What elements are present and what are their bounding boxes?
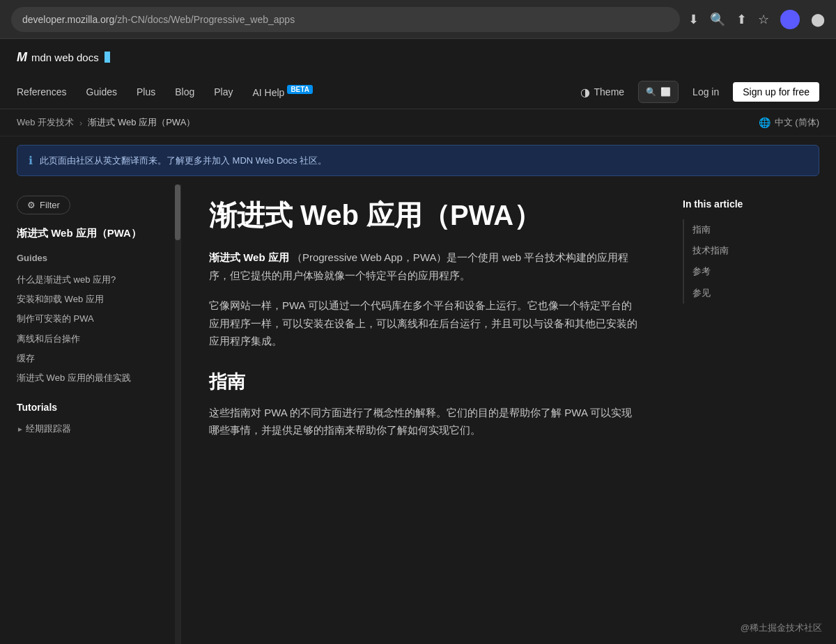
- watermark: @稀土掘金技术社区: [741, 622, 822, 634]
- logo-bar: M mdn web docs: [17, 39, 819, 75]
- sidebar-tutorials: Tutorials 经期跟踪器: [17, 402, 169, 438]
- toc-title: In this article: [683, 198, 791, 210]
- main-nav: References Guides Plus Blog Play AI Help…: [17, 75, 819, 109]
- download-icon[interactable]: ⬇: [688, 12, 699, 27]
- logo-cursor: [104, 52, 110, 63]
- toc-item-0[interactable]: 指南: [683, 219, 791, 240]
- para-2: 它像网站一样，PWA 可以通过一个代码库在多个平台和设备上运行。它也像一个特定平…: [209, 297, 641, 350]
- breadcrumb: Web 开发技术 › 渐进式 Web 应用（PWA）: [17, 116, 195, 129]
- sidebar-link-0[interactable]: 什么是渐进式 web 应用?: [17, 270, 169, 290]
- breadcrumb-current: 渐进式 Web 应用（PWA）: [88, 116, 195, 129]
- search-placeholder: ⬜: [660, 87, 671, 97]
- sidebar-tutorials-title: Tutorials: [17, 402, 169, 413]
- bookmark-icon[interactable]: ☆: [758, 12, 769, 27]
- sidebar-tutorial-0[interactable]: 经期跟踪器: [17, 420, 169, 438]
- browser-menu-icon[interactable]: ⬤: [811, 12, 825, 27]
- nav-plus[interactable]: Plus: [137, 84, 155, 100]
- intro-bold: 渐进式 Web 应用: [209, 251, 289, 263]
- ai-help-badge: BETA: [287, 85, 312, 94]
- sidebar-link-1[interactable]: 安装和卸载 Web 应用: [17, 290, 169, 309]
- theme-icon: ◑: [580, 86, 590, 99]
- scrollbar-thumb[interactable]: [175, 184, 180, 240]
- breadcrumb-bar: Web 开发技术 › 渐进式 Web 应用（PWA） 🌐 中文 (简体): [0, 109, 836, 136]
- info-icon: ℹ: [29, 154, 33, 167]
- section-1-title: 指南: [209, 370, 641, 394]
- sidebar-section-title: 渐进式 Web 应用（PWA）: [17, 226, 169, 240]
- share-icon[interactable]: ⬆: [736, 12, 747, 27]
- nav-play[interactable]: Play: [214, 84, 233, 100]
- nav-references[interactable]: References: [17, 84, 67, 100]
- url-bar[interactable]: developer.mozilla.org/zh-CN/docs/Web/Pro…: [11, 7, 680, 32]
- language-label: 中文 (简体): [775, 116, 819, 129]
- translation-notice: ℹ 此页面由社区从英文翻译而来。了解更多并加入 MDN Web Docs 社区。: [17, 145, 819, 176]
- logo-m: M: [17, 50, 27, 65]
- intro-paragraph: 渐进式 Web 应用 （Progressive Web App，PWA）是一个使…: [209, 249, 641, 284]
- login-button[interactable]: Log in: [687, 84, 725, 100]
- nav-right: ◑ Theme 🔍 ⬜ Log in Sign up for free: [575, 81, 819, 103]
- toc-item-3[interactable]: 参见: [683, 283, 791, 304]
- url-prefix: developer.mozilla.org: [22, 14, 114, 25]
- signup-button[interactable]: Sign up for free: [733, 82, 819, 102]
- breadcrumb-link-1[interactable]: Web 开发技术: [17, 116, 74, 129]
- section-1-para: 这些指南对 PWA 的不同方面进行了概念性的解释。它们的目的是帮助你了解 PWA…: [209, 404, 641, 439]
- sidebar: ⚙ Filter 渐进式 Web 应用（PWA） Guides 什么是渐进式 w…: [0, 184, 181, 644]
- toc-item-1[interactable]: 技术指南: [683, 240, 791, 261]
- theme-button[interactable]: ◑ Theme: [575, 83, 630, 102]
- nav-ai-help[interactable]: AI HelpBETA: [252, 83, 312, 101]
- nav-blog[interactable]: Blog: [175, 84, 194, 100]
- nav-guides[interactable]: Guides: [86, 84, 117, 100]
- language-selector[interactable]: 🌐 中文 (简体): [759, 116, 819, 129]
- logo-text: mdn web docs: [31, 52, 99, 63]
- mdn-header: M mdn web docs References Guides Plus Bl…: [0, 39, 836, 109]
- sidebar-link-4[interactable]: 缓存: [17, 349, 169, 368]
- nav-ai-help-label: AI Help: [252, 87, 284, 98]
- breadcrumb-separator: ›: [79, 118, 82, 128]
- filter-label: Filter: [40, 200, 60, 210]
- mdn-logo[interactable]: M mdn web docs: [17, 50, 110, 65]
- translation-text: 此页面由社区从英文翻译而来。了解更多并加入 MDN Web Docs 社区。: [40, 155, 327, 167]
- filter-icon: ⚙: [27, 200, 36, 210]
- globe-icon: 🌐: [759, 117, 771, 128]
- url-path: /zh-CN/docs/Web/Progressive_web_apps: [114, 14, 295, 25]
- sidebar-guides-header: Guides: [17, 253, 169, 263]
- sidebar-link-2[interactable]: 制作可安装的 PWA: [17, 309, 169, 329]
- search-box[interactable]: 🔍 ⬜: [638, 81, 679, 103]
- zoom-icon[interactable]: 🔍: [710, 12, 725, 27]
- sidebar-link-3[interactable]: 离线和后台操作: [17, 329, 169, 349]
- filter-button[interactable]: ⚙ Filter: [17, 196, 70, 214]
- scrollbar-track: [175, 184, 180, 644]
- toc-item-2[interactable]: 参考: [683, 261, 791, 282]
- search-icon: 🔍: [646, 87, 656, 97]
- article-content: 渐进式 Web 应用（PWA） 渐进式 Web 应用 （Progressive …: [181, 184, 669, 644]
- browser-chrome: developer.mozilla.org/zh-CN/docs/Web/Pro…: [0, 0, 836, 39]
- user-avatar[interactable]: [780, 10, 800, 29]
- theme-label: Theme: [594, 86, 625, 97]
- toc-sidebar: In this article 指南 技术指南 参考 参见: [669, 184, 808, 644]
- main-layout: ⚙ Filter 渐进式 Web 应用（PWA） Guides 什么是渐进式 w…: [0, 184, 836, 644]
- page-title: 渐进式 Web 应用（PWA）: [209, 198, 641, 232]
- sidebar-link-5[interactable]: 渐进式 Web 应用的最佳实践: [17, 368, 169, 388]
- browser-actions: ⬇ 🔍 ⬆ ☆ ⬤: [688, 10, 825, 29]
